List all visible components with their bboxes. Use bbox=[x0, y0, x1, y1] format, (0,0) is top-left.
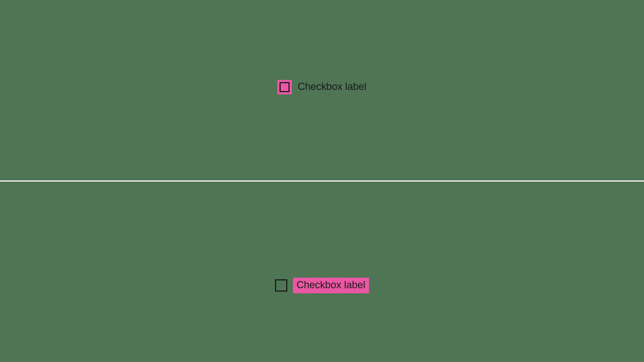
checkbox-box-icon[interactable] bbox=[277, 80, 292, 94]
checkbox-label-top[interactable]: Checkbox label bbox=[297, 80, 366, 93]
checkbox-label-bottom[interactable]: Checkbox label bbox=[293, 278, 368, 293]
checkbox-group-top: Checkbox label bbox=[277, 80, 366, 94]
checkbox-box-icon[interactable] bbox=[275, 279, 287, 292]
top-section: Checkbox label bbox=[0, 0, 644, 181]
bottom-section: Checkbox label bbox=[0, 181, 644, 362]
checkbox-group-bottom: Checkbox label bbox=[275, 278, 368, 293]
